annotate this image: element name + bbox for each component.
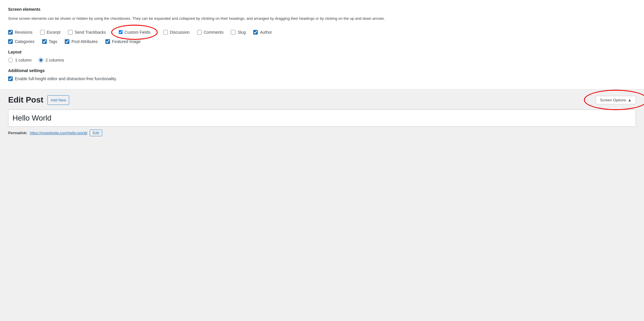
post-title-section <box>0 105 644 126</box>
checkbox-send-trackbacks-input[interactable] <box>68 30 73 35</box>
checkbox-discussion[interactable]: Discussion <box>163 30 190 35</box>
post-title-input[interactable] <box>8 110 636 126</box>
checkbox-revisions-label: Revisions <box>15 30 33 35</box>
permalink-label: Permalink: <box>8 131 27 135</box>
page-header: Edit Post Add New Screen Options ▲ <box>0 89 644 105</box>
checkbox-custom-fields-label: Custom Fields <box>125 30 150 35</box>
screen-elements-description: Some screen elements can be shown or hid… <box>8 16 415 22</box>
checkbox-fullheight-editor[interactable]: Enable full-height editor and distractio… <box>8 76 628 81</box>
layout-1column-radio[interactable] <box>8 58 13 62</box>
checkbox-send-trackbacks[interactable]: Send Trackbacks <box>68 30 106 35</box>
checkbox-slug-input[interactable] <box>231 30 235 35</box>
checkbox-featured-image-input[interactable] <box>105 39 110 44</box>
layout-1column[interactable]: 1 column <box>8 58 32 62</box>
checkbox-excerpt-label: Excerpt <box>47 30 60 35</box>
screen-options-button[interactable]: Screen Options ▲ <box>596 96 636 104</box>
page-title: Edit Post <box>8 95 43 105</box>
layout-title: Layout <box>8 50 636 54</box>
checkbox-send-trackbacks-label: Send Trackbacks <box>75 30 106 35</box>
layout-2columns-label: 2 columns <box>46 58 64 62</box>
permalink-link[interactable]: https://mywebsite.com/hello-world/ <box>30 131 87 135</box>
add-new-button[interactable]: Add New <box>47 95 69 105</box>
checkbox-excerpt-input[interactable] <box>40 30 45 35</box>
layout-section: Layout 1 column 2 columns <box>8 50 636 62</box>
checkbox-slug-label: Slug <box>238 30 246 35</box>
checkbox-fullheight-editor-input[interactable] <box>8 76 13 81</box>
checkbox-categories-label: Categories <box>15 39 35 44</box>
checkbox-comments-input[interactable] <box>197 30 202 35</box>
permalink-edit-button[interactable]: Edit <box>90 130 102 136</box>
checkbox-custom-fields-input[interactable] <box>119 30 123 34</box>
screen-options-panel: Screen elements Some screen elements can… <box>0 0 644 89</box>
additional-settings-section: Additional settings Enable full-height e… <box>8 68 636 81</box>
checkbox-author-input[interactable] <box>253 30 258 35</box>
screen-options-button-wrap: Screen Options ▲ <box>596 96 636 104</box>
checkboxes-row-1: Revisions Excerpt Send Trackbacks Custom… <box>8 27 636 37</box>
additional-settings-title: Additional settings <box>8 68 636 73</box>
layout-2columns-radio[interactable] <box>39 58 43 62</box>
checkbox-discussion-input[interactable] <box>163 30 168 35</box>
checkbox-discussion-label: Discussion <box>170 30 190 35</box>
layout-1column-label: 1 column <box>15 58 32 62</box>
checkbox-custom-fields[interactable]: Custom Fields <box>114 27 156 37</box>
permalink-row: Permalink: https://mywebsite.com/hello-w… <box>0 127 644 136</box>
screen-options-arrow-icon: ▲ <box>628 98 632 102</box>
checkbox-post-attributes-input[interactable] <box>65 39 69 44</box>
checkbox-tags-input[interactable] <box>42 39 47 44</box>
page-header-left: Edit Post Add New <box>8 95 69 105</box>
checkbox-revisions-input[interactable] <box>8 30 13 35</box>
screen-options-label: Screen Options <box>600 98 626 102</box>
checkbox-tags[interactable]: Tags <box>42 39 57 44</box>
checkbox-author[interactable]: Author <box>253 30 272 35</box>
checkbox-categories[interactable]: Categories <box>8 39 35 44</box>
checkbox-excerpt[interactable]: Excerpt <box>40 30 60 35</box>
layout-2columns[interactable]: 2 columns <box>39 58 64 62</box>
checkbox-comments[interactable]: Comments <box>197 30 224 35</box>
checkbox-categories-input[interactable] <box>8 39 13 44</box>
checkbox-featured-image-label: Featured Image <box>112 39 141 44</box>
checkbox-tags-label: Tags <box>49 39 57 44</box>
checkbox-author-label: Author <box>260 30 272 35</box>
checkbox-revisions[interactable]: Revisions <box>8 30 33 35</box>
screen-elements-title: Screen elements <box>8 7 636 12</box>
checkbox-featured-image[interactable]: Featured Image <box>105 39 141 44</box>
checkbox-post-attributes-label: Post Attributes <box>71 39 98 44</box>
checkbox-post-attributes[interactable]: Post Attributes <box>65 39 98 44</box>
checkboxes-row-2: Categories Tags Post Attributes Featured… <box>8 39 636 44</box>
checkbox-comments-label: Comments <box>204 30 224 35</box>
checkbox-slug[interactable]: Slug <box>231 30 246 35</box>
checkbox-fullheight-editor-label: Enable full-height editor and distractio… <box>15 76 117 81</box>
layout-radio-row: 1 column 2 columns <box>8 58 636 62</box>
